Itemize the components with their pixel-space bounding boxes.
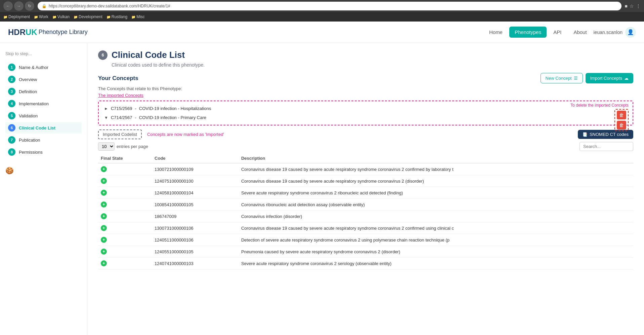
folder-icon: 📁 <box>34 15 38 19</box>
step-label-4: Implementation <box>19 101 49 106</box>
step-item-2[interactable]: 2 Overview <box>5 74 82 85</box>
cell-state <box>98 234 152 246</box>
cell-state <box>98 211 152 222</box>
back-button[interactable]: ← <box>3 1 13 11</box>
bookmark-vulkan[interactable]: 📁 Vulkan <box>52 14 70 19</box>
nav-api[interactable]: API <box>548 27 567 38</box>
step-item-4[interactable]: 4 Implementation <box>5 98 82 109</box>
state-icon <box>101 249 107 255</box>
cell-code: 1008541000000105 <box>152 199 239 211</box>
chevron-down-icon: ▼ <box>104 115 108 120</box>
table-row: 1240581000000104 Severe acute respirator… <box>98 187 633 199</box>
concept-2-separator: - <box>135 115 136 120</box>
search-input[interactable] <box>579 142 633 151</box>
browser-actions: ■ ☆ ⋮ <box>625 3 641 9</box>
user-avatar[interactable]: 👤 <box>625 27 636 38</box>
table-row: 1240511000000106 Detection of severe acu… <box>98 234 633 246</box>
cell-state <box>98 163 152 175</box>
cell-description: Coronavirus disease 19 caused by severe … <box>239 222 633 234</box>
logo-hdr: HDR <box>8 28 26 37</box>
cell-state <box>98 175 152 187</box>
step-num-5: 5 <box>8 112 15 119</box>
nav-about[interactable]: About <box>568 27 592 38</box>
folder-icon: 📁 <box>106 15 111 19</box>
cell-code: 1240551000000105 <box>152 246 239 258</box>
folder-icon: 📁 <box>131 15 135 19</box>
cell-description: Coronavirus disease 19 caused by severe … <box>239 175 633 187</box>
concept-1-code: C715/2569 <box>111 106 132 111</box>
app-body: Skip to step... 1 Name & Author 2 Overvi… <box>0 43 644 335</box>
skip-label: Skip to step... <box>5 51 82 56</box>
snomed-ct-codes-button[interactable]: 📑 SNOMED CT codes <box>578 130 633 139</box>
extensions-icon[interactable]: ■ <box>625 3 628 9</box>
main-content: 6 Clinical Code List Clinical codes used… <box>87 43 644 335</box>
app-header: HDRUKPhenotype Library Home Phenotypes A… <box>0 22 644 43</box>
cell-state <box>98 199 152 211</box>
imported-concepts-link[interactable]: The imported Concepts <box>98 93 143 98</box>
forward-button[interactable]: → <box>14 1 24 11</box>
concepts-actions: New Concept ☰ Import Concepts ☁ <box>541 73 633 83</box>
step-num-2: 2 <box>8 76 15 83</box>
bookmark-rustlang[interactable]: 📁 Rustlang <box>106 14 127 19</box>
nav-home[interactable]: Home <box>484 27 508 38</box>
step-item-8[interactable]: 8 Permissions <box>5 146 82 158</box>
concept-1-separator: - <box>135 106 136 111</box>
state-icon <box>101 201 107 208</box>
menu-icon[interactable]: ⋮ <box>636 3 641 9</box>
cell-state <box>98 187 152 199</box>
table-row: 186747009 Coronavirus infection (disorde… <box>98 211 633 222</box>
col-code: Code <box>152 154 239 163</box>
step-item-7[interactable]: 7 Publication <box>5 134 82 146</box>
cloud-icon: ☁ <box>624 76 629 81</box>
address-bar[interactable]: 🔒 https://conceptlibrary.demo-dev.sailda… <box>38 2 621 10</box>
logo-uk: UK <box>26 28 37 37</box>
cell-description: Pneumonia caused by severe acute respira… <box>239 246 633 258</box>
step-item-3[interactable]: 3 Definition <box>5 86 82 97</box>
step-label-7: Publication <box>19 138 40 143</box>
bookmark-deployment[interactable]: 📁 Deployment <box>3 14 30 19</box>
imported-codelist-button[interactable]: Imported Codelist <box>98 129 142 139</box>
entries-select: 10 25 50 entries per page <box>98 142 148 151</box>
concepts-marked-text: Concepts are now marked as 'Imported' <box>147 132 224 137</box>
entries-per-page-select[interactable]: 10 25 50 <box>98 142 115 151</box>
folder-icon: 📁 <box>3 15 7 19</box>
concept-row-2-left: ▼ C714/2567 - COVID-19 infection - Prima… <box>104 115 206 120</box>
reload-button[interactable]: ↻ <box>25 1 34 11</box>
sidebar: Skip to step... 1 Name & Author 2 Overvi… <box>0 43 87 335</box>
table-header-row: Final State Code Description <box>98 154 633 163</box>
delete-concept-2-button[interactable]: 🗑 <box>617 121 626 129</box>
cell-description: Coronavirus ribonucleic acid detection a… <box>239 199 633 211</box>
bookmark-icon[interactable]: ☆ <box>630 3 634 9</box>
import-concepts-button[interactable]: Import Concepts ☁ <box>586 73 633 83</box>
section-header: 6 Clinical Code List <box>98 50 633 60</box>
cell-state <box>98 222 152 234</box>
concept-row-1-left: ► C715/2569 - COVID-19 infection - Hospi… <box>104 106 211 111</box>
step-item-6[interactable]: 6 Clinical Code List <box>5 122 82 134</box>
new-concept-button[interactable]: New Concept ☰ <box>541 73 583 83</box>
step-num-3: 3 <box>8 88 15 95</box>
state-icon <box>101 166 107 172</box>
bookmark-misc[interactable]: 📁 Misc <box>131 14 145 19</box>
step-label-8: Permissions <box>19 150 43 155</box>
step-item-1[interactable]: 1 Name & Author <box>5 62 82 73</box>
codelist-header: Imported Codelist Concepts are now marke… <box>98 129 633 139</box>
cell-code: 1240511000000106 <box>152 234 239 246</box>
browser-chrome: ← → ↻ 🔒 https://conceptlibrary.demo-dev.… <box>0 0 644 12</box>
table-row: 1240751000000100 Coronavirus disease 19 … <box>98 175 633 187</box>
cell-description: Coronavirus disease 19 caused by severe … <box>239 163 633 175</box>
delete-btn-box: 🗑 🗑 <box>614 109 629 131</box>
code-table: Final State Code Description 13007210000… <box>98 154 633 269</box>
delete-hint: To delete the imported Concepts <box>570 103 629 108</box>
step-item-5[interactable]: 5 Validation <box>5 110 82 121</box>
nav-phenotypes[interactable]: Phenotypes <box>509 27 547 38</box>
bookmark-development[interactable]: 📁 Development <box>74 14 102 19</box>
step-label-1: Name & Author <box>19 65 48 70</box>
user-area: ieuan.scanlon 👤 <box>594 27 636 38</box>
nav-links: Home Phenotypes API About ieuan.scanlon … <box>484 27 636 38</box>
concepts-header: Your Concepts New Concept ☰ Import Conce… <box>98 73 633 83</box>
cookie-button[interactable]: 🍪 <box>5 166 14 175</box>
bookmark-work[interactable]: 📁 Work <box>34 14 48 19</box>
delete-concept-1-button[interactable]: 🗑 <box>617 111 626 119</box>
delete-area: To delete the imported Concepts 🗑 🗑 <box>570 103 629 131</box>
imported-concepts-box: ► C715/2569 - COVID-19 infection - Hospi… <box>98 101 633 125</box>
